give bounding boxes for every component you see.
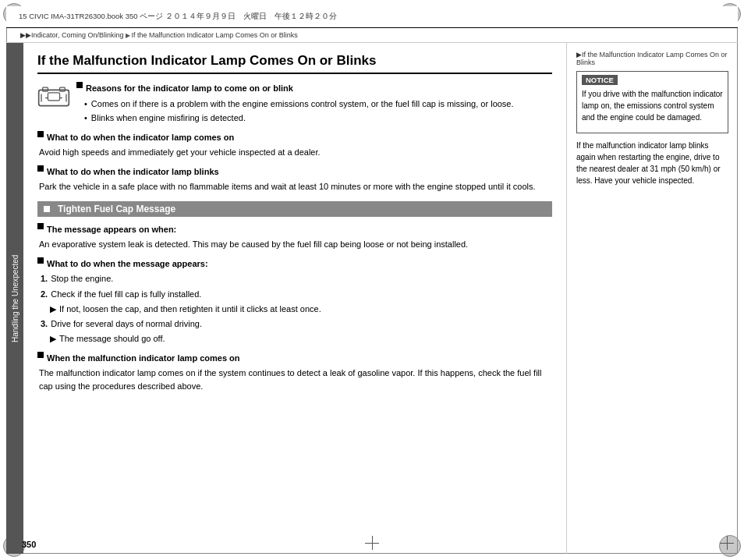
comes-on-bullet-sq	[37, 131, 44, 137]
num-1: 1.	[41, 272, 48, 285]
main-heading-text: If the Malfunction Indicator Lamp Comes …	[37, 53, 376, 68]
section-comes-on: What to do when the indicator lamp comes…	[37, 131, 552, 159]
blinks-header-row: What to do when the indicator lamp blink…	[37, 165, 552, 179]
numbered-item-2: 2. Check if the fuel fill cap is fully i…	[37, 288, 552, 301]
engine-check-icon	[37, 83, 70, 108]
reasons-text-1: Comes on if there is a problem with the …	[91, 97, 514, 111]
breadcrumb-item-2: If the Malfunction Indicator Lamp Comes …	[132, 31, 298, 39]
page-number-text: 350	[22, 540, 36, 549]
appears-when-label: The message appears on when:	[47, 223, 176, 236]
blinks-bullet-sq	[37, 165, 44, 172]
numbered-item-1: 1. Stop the engine.	[37, 272, 552, 285]
comes-on-body: Avoid high speeds and immediately get yo…	[37, 146, 552, 159]
when-lamp-body: The malfunction indicator lamp comes on …	[37, 367, 552, 392]
comes-on-body-text: Avoid high speeds and immediately get yo…	[39, 147, 321, 157]
arrow-item-1: ▶ If not, loosen the cap, and then retig…	[37, 303, 552, 316]
num-1-text: Stop the engine.	[51, 272, 113, 285]
engine-icon-area	[37, 83, 70, 112]
appears-when-body-text: An evaporative system leak is detected. …	[39, 239, 468, 249]
breadcrumb-item-1: ▶▶Indicator, Coming On/Blinking	[20, 31, 124, 39]
when-lamp-bullet	[37, 352, 44, 358]
comes-on-title: What to do when the indicator lamp comes…	[47, 131, 234, 144]
what-to-do-label: What to do when the message appears:	[47, 257, 208, 271]
right-sidebar: ▶If the Malfunction Indicator Lamp Comes…	[566, 43, 738, 554]
side-tab-text: Handling the Unexpected	[11, 254, 19, 342]
appears-when-section: The message appears on when: An evaporat…	[37, 223, 552, 251]
fuel-cap-section: Tighten Fuel Cap Message The message app…	[37, 201, 552, 393]
notice-text: If you drive with the malfunction indica…	[582, 88, 723, 123]
sidebar-breadcrumb: ▶If the Malfunction Indicator Lamp Comes…	[576, 51, 728, 66]
num-3-text: Drive for several days of normal driving…	[51, 317, 202, 331]
reasons-title: Reasons for the indicator lamp to come o…	[86, 82, 293, 95]
reasons-bullet-sq	[76, 82, 83, 88]
reasons-bullet-2: • Blinks when engine misfiring is detect…	[76, 112, 552, 125]
sidebar-extra-text: If the malfunction indicator lamp blinks…	[576, 140, 728, 186]
svg-rect-3	[48, 93, 59, 101]
arrow-item-2: ▶ The message should go off.	[37, 332, 552, 346]
content-columns: Handling the Unexpected If the Malfuncti…	[6, 43, 738, 554]
section-blinks: What to do when the indicator lamp blink…	[37, 165, 552, 193]
side-tab: Handling the Unexpected	[6, 43, 23, 554]
what-to-do-section: What to do when the message appears: 1. …	[37, 257, 552, 346]
arrow-sym-2: ▶	[50, 332, 56, 346]
file-info: 15 CIVIC IMA-31TR26300.book 350 ページ ２０１４…	[19, 12, 337, 22]
main-text-area: If the Malfunction Indicator Lamp Comes …	[23, 43, 566, 554]
appears-when-header: The message appears on when:	[37, 223, 552, 236]
notice-label: NOTICE	[582, 75, 618, 85]
bullet-dot-2: •	[84, 112, 87, 125]
top-header: 15 CIVIC IMA-31TR26300.book 350 ページ ２０１４…	[6, 6, 738, 28]
arrow-2-text: The message should go off.	[59, 332, 165, 346]
what-to-do-header: What to do when the message appears:	[37, 257, 552, 271]
reasons-header-row: Reasons for the indicator lamp to come o…	[76, 82, 552, 95]
reasons-bullet-1: • Comes on if there is a problem with th…	[76, 97, 552, 111]
fuel-cap-bullet-sq	[44, 206, 50, 212]
num-2: 2.	[41, 288, 48, 301]
sidebar-breadcrumb-text: ▶If the Malfunction Indicator Lamp Comes…	[576, 51, 728, 66]
appears-when-bullet	[37, 223, 44, 229]
section-reasons: Reasons for the indicator lamp to come o…	[37, 82, 552, 125]
fuel-cap-header: Tighten Fuel Cap Message	[37, 201, 552, 217]
reasons-text-2: Blinks when engine misfiring is detected…	[91, 112, 246, 125]
num-2-text: Check if the fuel fill cap is fully inst…	[51, 288, 201, 301]
when-lamp-body-text: The malfunction indicator lamp comes on …	[39, 368, 541, 391]
appears-when-body: An evaporative system leak is detected. …	[37, 238, 552, 251]
when-lamp-label: When the malfunction indicator lamp come…	[47, 352, 240, 365]
bullet-dot-1: •	[84, 97, 87, 111]
arrow-sym-1: ▶	[50, 303, 56, 316]
fuel-cap-header-text: Tighten Fuel Cap Message	[58, 204, 175, 214]
breadcrumb-arrow: ▶	[126, 32, 130, 39]
what-to-do-bullet	[37, 257, 44, 264]
breadcrumb: ▶▶Indicator, Coming On/Blinking ▶ If the…	[6, 28, 738, 43]
main-heading: If the Malfunction Indicator Lamp Comes …	[37, 52, 552, 74]
arrow-1-text: If not, loosen the cap, and then retight…	[59, 303, 321, 316]
blinks-body: Park the vehicle in a safe place with no…	[37, 180, 552, 193]
notice-box: NOTICE If you drive with the malfunction…	[576, 71, 728, 133]
blinks-body-text: Park the vehicle in a safe place with no…	[39, 182, 536, 191]
main-content: ▶▶Indicator, Coming On/Blinking ▶ If the…	[6, 28, 738, 554]
when-lamp-header: When the malfunction indicator lamp come…	[37, 352, 552, 365]
numbered-item-3: 3. Drive for several days of normal driv…	[37, 317, 552, 331]
blinks-title: What to do when the indicator lamp blink…	[47, 165, 219, 179]
comes-on-header-row: What to do when the indicator lamp comes…	[37, 131, 552, 144]
num-3: 3.	[41, 317, 48, 331]
when-lamp-section: When the malfunction indicator lamp come…	[37, 352, 552, 393]
page-number: 350	[22, 540, 36, 549]
